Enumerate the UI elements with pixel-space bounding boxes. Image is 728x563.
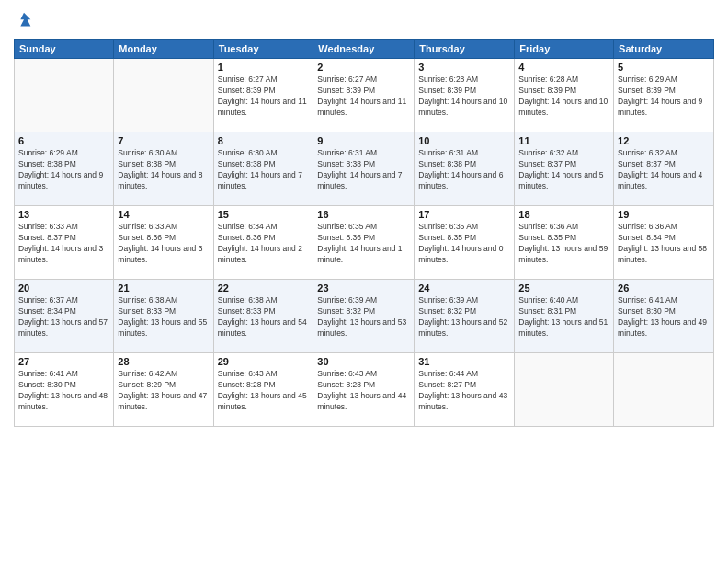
day-number: 1	[218, 62, 310, 73]
calendar-cell: 18Sunrise: 6:36 AMSunset: 8:35 PMDayligh…	[515, 206, 614, 280]
day-info: Sunrise: 6:36 AMSunset: 8:34 PMDaylight:…	[618, 222, 710, 266]
calendar-table: SundayMondayTuesdayWednesdayThursdayFrid…	[14, 39, 714, 427]
day-info: Sunrise: 6:40 AMSunset: 8:31 PMDaylight:…	[518, 295, 609, 339]
day-number: 23	[317, 282, 410, 293]
day-info: Sunrise: 6:32 AMSunset: 8:37 PMDaylight:…	[618, 148, 710, 192]
day-number: 20	[18, 282, 109, 293]
logo	[14, 13, 36, 31]
day-info: Sunrise: 6:44 AMSunset: 8:27 PMDaylight:…	[418, 369, 510, 413]
day-number: 2	[317, 62, 410, 73]
calendar-cell: 5Sunrise: 6:29 AMSunset: 8:39 PMDaylight…	[614, 59, 714, 132]
calendar-week-row: 6Sunrise: 6:29 AMSunset: 8:38 PMDaylight…	[15, 132, 714, 206]
day-info: Sunrise: 6:41 AMSunset: 8:30 PMDaylight:…	[618, 295, 710, 339]
calendar-cell: 24Sunrise: 6:39 AMSunset: 8:32 PMDayligh…	[415, 280, 515, 353]
calendar-cell: 22Sunrise: 6:38 AMSunset: 8:33 PMDayligh…	[213, 280, 313, 353]
day-info: Sunrise: 6:33 AMSunset: 8:36 PMDaylight:…	[118, 222, 209, 266]
calendar-cell: 28Sunrise: 6:42 AMSunset: 8:29 PMDayligh…	[114, 353, 213, 427]
day-info: Sunrise: 6:35 AMSunset: 8:35 PMDaylight:…	[418, 222, 510, 266]
day-info: Sunrise: 6:30 AMSunset: 8:38 PMDaylight:…	[218, 148, 310, 192]
calendar-week-row: 13Sunrise: 6:33 AMSunset: 8:37 PMDayligh…	[15, 206, 714, 280]
day-info: Sunrise: 6:37 AMSunset: 8:34 PMDaylight:…	[18, 295, 109, 339]
calendar-cell: 3Sunrise: 6:28 AMSunset: 8:39 PMDaylight…	[415, 59, 515, 132]
day-number: 16	[317, 209, 410, 220]
calendar-cell: 4Sunrise: 6:28 AMSunset: 8:39 PMDaylight…	[515, 59, 614, 132]
day-info: Sunrise: 6:38 AMSunset: 8:33 PMDaylight:…	[118, 295, 209, 339]
calendar-cell: 10Sunrise: 6:31 AMSunset: 8:38 PMDayligh…	[415, 132, 515, 206]
calendar-cell: 12Sunrise: 6:32 AMSunset: 8:37 PMDayligh…	[614, 132, 714, 206]
day-number: 15	[218, 209, 310, 220]
calendar-page: SundayMondayTuesdayWednesdayThursdayFrid…	[0, 0, 728, 563]
header	[14, 9, 714, 31]
day-number: 24	[418, 282, 510, 293]
day-info: Sunrise: 6:39 AMSunset: 8:32 PMDaylight:…	[317, 295, 410, 339]
calendar-cell: 16Sunrise: 6:35 AMSunset: 8:36 PMDayligh…	[313, 206, 415, 280]
weekday-header-thursday: Thursday	[415, 40, 515, 59]
day-info: Sunrise: 6:35 AMSunset: 8:36 PMDaylight:…	[317, 222, 410, 266]
calendar-cell: 19Sunrise: 6:36 AMSunset: 8:34 PMDayligh…	[614, 206, 714, 280]
calendar-cell	[15, 59, 114, 132]
day-info: Sunrise: 6:28 AMSunset: 8:39 PMDaylight:…	[418, 75, 510, 119]
weekday-header-sunday: Sunday	[15, 40, 114, 59]
day-number: 6	[18, 135, 109, 146]
calendar-cell: 17Sunrise: 6:35 AMSunset: 8:35 PMDayligh…	[415, 206, 515, 280]
day-info: Sunrise: 6:42 AMSunset: 8:29 PMDaylight:…	[118, 369, 209, 413]
day-info: Sunrise: 6:27 AMSunset: 8:39 PMDaylight:…	[317, 75, 410, 119]
day-number: 10	[418, 135, 510, 146]
day-number: 18	[518, 209, 609, 220]
day-info: Sunrise: 6:34 AMSunset: 8:36 PMDaylight:…	[218, 222, 310, 266]
day-info: Sunrise: 6:31 AMSunset: 8:38 PMDaylight:…	[317, 148, 410, 192]
day-number: 9	[317, 135, 410, 146]
svg-marker-0	[20, 13, 30, 27]
calendar-cell: 14Sunrise: 6:33 AMSunset: 8:36 PMDayligh…	[114, 206, 213, 280]
day-number: 29	[218, 356, 310, 367]
weekday-header-tuesday: Tuesday	[213, 40, 313, 59]
day-number: 22	[218, 282, 310, 293]
day-number: 4	[518, 62, 609, 73]
calendar-cell: 11Sunrise: 6:32 AMSunset: 8:37 PMDayligh…	[515, 132, 614, 206]
day-number: 8	[218, 135, 310, 146]
day-info: Sunrise: 6:29 AMSunset: 8:39 PMDaylight:…	[618, 75, 710, 119]
logo-icon	[14, 11, 34, 31]
calendar-cell: 26Sunrise: 6:41 AMSunset: 8:30 PMDayligh…	[614, 280, 714, 353]
calendar-cell: 15Sunrise: 6:34 AMSunset: 8:36 PMDayligh…	[213, 206, 313, 280]
calendar-cell: 23Sunrise: 6:39 AMSunset: 8:32 PMDayligh…	[313, 280, 415, 353]
calendar-week-row: 27Sunrise: 6:41 AMSunset: 8:30 PMDayligh…	[15, 353, 714, 427]
day-number: 31	[418, 356, 510, 367]
calendar-cell	[114, 59, 213, 132]
calendar-cell: 27Sunrise: 6:41 AMSunset: 8:30 PMDayligh…	[15, 353, 114, 427]
weekday-header-row: SundayMondayTuesdayWednesdayThursdayFrid…	[15, 40, 714, 59]
day-info: Sunrise: 6:30 AMSunset: 8:38 PMDaylight:…	[118, 148, 209, 192]
day-number: 11	[518, 135, 609, 146]
day-info: Sunrise: 6:31 AMSunset: 8:38 PMDaylight:…	[418, 148, 510, 192]
day-info: Sunrise: 6:38 AMSunset: 8:33 PMDaylight:…	[218, 295, 310, 339]
calendar-cell: 25Sunrise: 6:40 AMSunset: 8:31 PMDayligh…	[515, 280, 614, 353]
day-number: 21	[118, 282, 209, 293]
calendar-cell: 21Sunrise: 6:38 AMSunset: 8:33 PMDayligh…	[114, 280, 213, 353]
day-number: 25	[518, 282, 609, 293]
calendar-week-row: 1Sunrise: 6:27 AMSunset: 8:39 PMDaylight…	[15, 59, 714, 132]
calendar-week-row: 20Sunrise: 6:37 AMSunset: 8:34 PMDayligh…	[15, 280, 714, 353]
day-number: 17	[418, 209, 510, 220]
calendar-cell: 2Sunrise: 6:27 AMSunset: 8:39 PMDaylight…	[313, 59, 415, 132]
day-info: Sunrise: 6:28 AMSunset: 8:39 PMDaylight:…	[518, 75, 609, 119]
day-number: 30	[317, 356, 410, 367]
day-number: 7	[118, 135, 209, 146]
day-number: 26	[618, 282, 710, 293]
weekday-header-wednesday: Wednesday	[313, 40, 415, 59]
calendar-cell	[614, 353, 714, 427]
calendar-cell: 9Sunrise: 6:31 AMSunset: 8:38 PMDaylight…	[313, 132, 415, 206]
day-info: Sunrise: 6:36 AMSunset: 8:35 PMDaylight:…	[518, 222, 609, 266]
calendar-cell: 7Sunrise: 6:30 AMSunset: 8:38 PMDaylight…	[114, 132, 213, 206]
weekday-header-friday: Friday	[515, 40, 614, 59]
day-number: 28	[118, 356, 209, 367]
calendar-cell: 31Sunrise: 6:44 AMSunset: 8:27 PMDayligh…	[415, 353, 515, 427]
calendar-cell: 30Sunrise: 6:43 AMSunset: 8:28 PMDayligh…	[313, 353, 415, 427]
calendar-cell: 29Sunrise: 6:43 AMSunset: 8:28 PMDayligh…	[213, 353, 313, 427]
day-number: 12	[618, 135, 710, 146]
day-info: Sunrise: 6:41 AMSunset: 8:30 PMDaylight:…	[18, 369, 109, 413]
day-number: 19	[618, 209, 710, 220]
day-info: Sunrise: 6:29 AMSunset: 8:38 PMDaylight:…	[18, 148, 109, 192]
day-info: Sunrise: 6:27 AMSunset: 8:39 PMDaylight:…	[218, 75, 310, 119]
calendar-cell: 1Sunrise: 6:27 AMSunset: 8:39 PMDaylight…	[213, 59, 313, 132]
day-info: Sunrise: 6:43 AMSunset: 8:28 PMDaylight:…	[218, 369, 310, 413]
